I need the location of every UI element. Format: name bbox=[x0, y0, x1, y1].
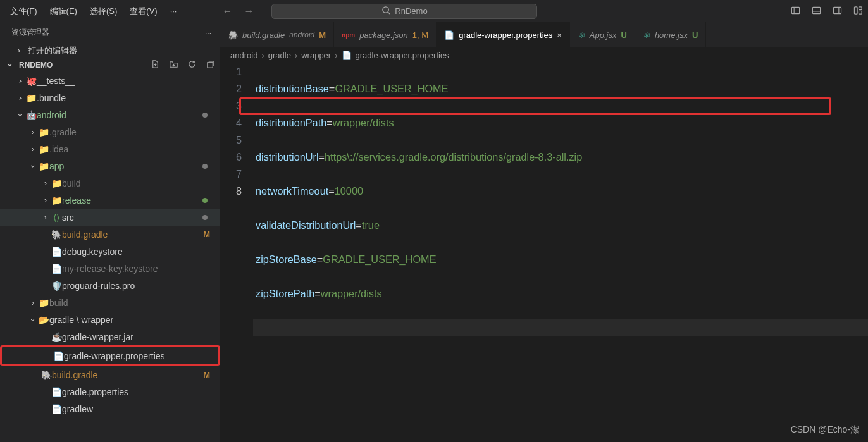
highlight-annotation: 📄gradle-wrapper.properties bbox=[0, 345, 220, 366]
folder-icon: 📁 bbox=[51, 195, 62, 206]
close-icon[interactable]: × bbox=[557, 30, 562, 40]
modified-badge: M bbox=[319, 30, 326, 40]
open-editors-label: 打开的编辑器 bbox=[28, 45, 77, 56]
modified-dot-icon bbox=[202, 113, 208, 118]
file-icon: 📄 bbox=[51, 264, 62, 274]
tree-file-release-keystore[interactable]: 📄my-release-key.keystore bbox=[0, 260, 220, 277]
search-placeholder: RnDemo bbox=[395, 6, 427, 16]
tree-folder-tests[interactable]: ›🐙__tests__ bbox=[0, 72, 220, 89]
svg-rect-8 bbox=[854, 6, 857, 13]
explorer-title: 资源管理器 bbox=[11, 27, 49, 38]
nav-forward-icon[interactable]: → bbox=[244, 6, 254, 17]
modified-badge: M bbox=[203, 370, 210, 379]
file-tree: ›🐙__tests__ ›📁.bundle ›🤖android ›📁.gradl… bbox=[0, 72, 220, 442]
tree-folder-src[interactable]: ›⟨⟩src bbox=[0, 209, 220, 226]
breadcrumb-seg[interactable]: wrapper bbox=[301, 51, 331, 60]
folder-icon: 📁 bbox=[38, 127, 49, 137]
menu-edit[interactable]: 编辑(E) bbox=[45, 3, 82, 20]
menu-view[interactable]: 查看(V) bbox=[125, 3, 162, 20]
tree-folder-bundle[interactable]: ›📁.bundle bbox=[0, 89, 220, 106]
tree-folder-release[interactable]: ›📁release bbox=[0, 192, 220, 209]
svg-rect-6 bbox=[833, 7, 841, 13]
more-actions-icon[interactable]: ··· bbox=[205, 28, 211, 37]
file-icon: 📄 bbox=[51, 387, 62, 397]
tree-folder-android[interactable]: ›🤖android bbox=[0, 106, 220, 123]
chevron-right-icon: › bbox=[14, 46, 24, 55]
code-folder-icon: ⟨⟩ bbox=[51, 212, 62, 223]
svg-rect-4 bbox=[812, 7, 820, 13]
file-icon: 📄 bbox=[53, 351, 64, 361]
svg-line-1 bbox=[388, 12, 390, 14]
tree-file-gradle-properties[interactable]: 📄gradle.properties bbox=[0, 383, 220, 400]
react-icon: ⚛ bbox=[643, 30, 650, 40]
project-name: RNDEMO bbox=[19, 61, 53, 70]
menu-select[interactable]: 选择(S) bbox=[85, 3, 122, 20]
proguard-icon: 🛡️ bbox=[51, 281, 62, 291]
new-folder-icon[interactable] bbox=[169, 59, 178, 71]
breadcrumb-seg[interactable]: gradle-wrapper.properties bbox=[356, 51, 449, 60]
folder-icon: 📁 bbox=[38, 144, 49, 154]
file-icon: 📄 bbox=[342, 51, 352, 60]
tab-gradle-wrapper-properties[interactable]: 📄gradle-wrapper.properties× bbox=[437, 22, 570, 47]
breadcrumb[interactable]: android› gradle› wrapper› 📄 gradle-wrapp… bbox=[220, 47, 868, 63]
modified-dot-icon bbox=[202, 215, 208, 220]
menu-more[interactable]: ··· bbox=[165, 4, 182, 18]
tab-home-jsx[interactable]: ⚛home.jsxU bbox=[635, 22, 706, 47]
breadcrumb-seg[interactable]: android bbox=[230, 51, 257, 60]
tree-folder-idea[interactable]: ›📁.idea bbox=[0, 140, 220, 157]
file-icon: 📄 bbox=[51, 404, 62, 414]
folder-icon: 📂 bbox=[38, 315, 49, 325]
breadcrumb-seg[interactable]: gradle bbox=[268, 51, 291, 60]
tree-folder-gradle-wrapper[interactable]: ›📂gradle \ wrapper bbox=[0, 311, 220, 328]
gradle-icon: 🐘 bbox=[51, 230, 62, 240]
svg-rect-2 bbox=[791, 7, 799, 13]
watermark: CSDN @Echo-潔 bbox=[791, 424, 859, 436]
collapse-all-icon[interactable] bbox=[206, 59, 215, 71]
layout-icons bbox=[791, 6, 863, 17]
new-file-icon[interactable] bbox=[151, 59, 160, 71]
folder-icon: 📁 bbox=[38, 161, 49, 171]
tree-file-build-gradle2[interactable]: 🐘build.gradleM bbox=[0, 366, 220, 383]
tab-app-jsx[interactable]: ⚛App.jsxU bbox=[570, 22, 635, 47]
modified-dot-icon bbox=[202, 164, 208, 169]
react-icon: ⚛ bbox=[578, 30, 585, 40]
search-box[interactable]: RnDemo bbox=[271, 4, 537, 19]
tree-file-gradle-wrapper-properties[interactable]: 📄gradle-wrapper.properties bbox=[2, 347, 218, 364]
tree-file-gradle-wrapper-jar[interactable]: ☕gradle-wrapper.jar bbox=[0, 328, 220, 345]
chevron-down-icon: › bbox=[6, 60, 15, 70]
code-lines: distributionBase=GRADLE_USER_HOME distri… bbox=[256, 63, 868, 442]
android-icon: 🤖 bbox=[25, 110, 37, 120]
titlebar: 文件(F) 编辑(E) 选择(S) 查看(V) ··· ← → RnDemo bbox=[0, 0, 868, 22]
highlight-annotation bbox=[239, 97, 831, 115]
svg-point-0 bbox=[383, 6, 388, 12]
tree-file-build-gradle[interactable]: 🐘build.gradleM bbox=[0, 226, 220, 243]
search-icon bbox=[381, 6, 391, 17]
nav-arrows: ← → bbox=[222, 6, 254, 17]
layout-sidebar-left-icon[interactable] bbox=[791, 6, 800, 17]
java-icon: ☕ bbox=[51, 332, 62, 342]
untracked-badge: U bbox=[692, 30, 698, 40]
tree-folder-build2[interactable]: ›📁build bbox=[0, 294, 220, 311]
file-icon: 📄 bbox=[51, 247, 62, 257]
layout-sidebar-right-icon[interactable] bbox=[833, 6, 842, 17]
tree-file-proguard[interactable]: 🛡️proguard-rules.pro bbox=[0, 277, 220, 294]
status-badge: 1, M bbox=[412, 30, 428, 40]
layout-panel-bottom-icon[interactable] bbox=[812, 6, 821, 17]
refresh-icon[interactable] bbox=[187, 59, 197, 71]
nav-back-icon[interactable]: ← bbox=[222, 6, 232, 17]
tab-package-json[interactable]: npmpackage.json1, M bbox=[334, 22, 437, 47]
tree-folder-build[interactable]: ›📁build bbox=[0, 175, 220, 192]
tree-folder-gradle[interactable]: ›📁.gradle bbox=[0, 123, 220, 140]
open-editors-section[interactable]: › 打开的编辑器 bbox=[0, 43, 220, 58]
tree-file-debug-keystore[interactable]: 📄debug.keystore bbox=[0, 243, 220, 260]
tab-build-gradle[interactable]: 🐘build.gradleandroidM bbox=[220, 22, 334, 47]
code-editor[interactable]: 1 2 3 4 5 6 7 8 distributionBase=GRADLE_… bbox=[220, 63, 868, 442]
svg-rect-15 bbox=[208, 63, 213, 68]
tree-folder-app[interactable]: ›📁app bbox=[0, 157, 220, 175]
menu-file[interactable]: 文件(F) bbox=[5, 3, 42, 20]
folder-icon: 🐙 bbox=[25, 76, 37, 86]
modified-dot-icon bbox=[202, 198, 208, 203]
tree-file-gradlew[interactable]: 📄gradlew bbox=[0, 400, 220, 417]
layout-customize-icon[interactable] bbox=[853, 6, 863, 17]
project-root[interactable]: › RNDEMO bbox=[0, 58, 220, 72]
